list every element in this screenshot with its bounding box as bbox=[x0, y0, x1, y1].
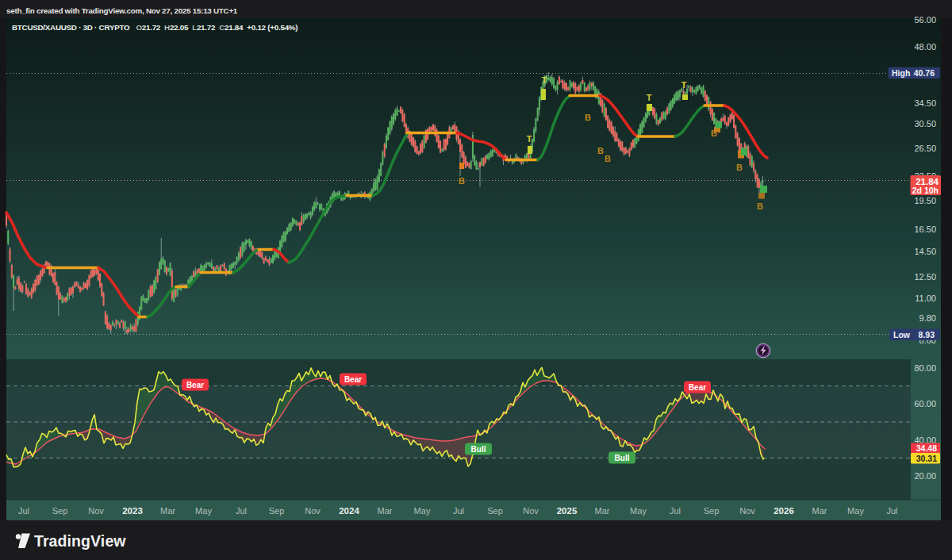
svg-text:26.50: 26.50 bbox=[914, 144, 936, 153]
svg-text:2023: 2023 bbox=[122, 506, 143, 516]
svg-text:Jul: Jul bbox=[670, 506, 681, 516]
svg-text:Mar: Mar bbox=[378, 506, 393, 516]
svg-text:11.00: 11.00 bbox=[915, 293, 936, 303]
svg-text:Jul: Jul bbox=[886, 506, 897, 516]
svg-text:2024: 2024 bbox=[339, 506, 359, 516]
svg-text:B: B bbox=[736, 163, 743, 172]
svg-text:Jul: Jul bbox=[453, 506, 464, 516]
svg-text:2d 10h: 2d 10h bbox=[912, 186, 939, 195]
svg-text:14.50: 14.50 bbox=[914, 247, 936, 256]
svg-text:T: T bbox=[647, 93, 652, 102]
svg-text:Jul: Jul bbox=[18, 506, 29, 516]
svg-text:40.76: 40.76 bbox=[914, 68, 935, 78]
svg-text:May: May bbox=[414, 506, 431, 516]
svg-text:T: T bbox=[542, 75, 547, 85]
svg-text:Sep: Sep bbox=[52, 506, 68, 516]
svg-text:May: May bbox=[195, 506, 212, 516]
svg-text:Nov: Nov bbox=[739, 506, 755, 516]
svg-text:May: May bbox=[847, 506, 864, 516]
svg-text:8.93: 8.93 bbox=[919, 330, 935, 339]
svg-text:30.50: 30.50 bbox=[914, 119, 936, 128]
svg-text:16.50: 16.50 bbox=[914, 224, 936, 234]
svg-text:20.00: 20.00 bbox=[914, 471, 936, 481]
svg-text:T: T bbox=[527, 134, 532, 144]
svg-text:Bear: Bear bbox=[344, 375, 362, 384]
svg-text:Sep: Sep bbox=[487, 506, 503, 516]
svg-text:Nov: Nov bbox=[523, 506, 539, 516]
svg-text:Bull: Bull bbox=[471, 445, 486, 454]
svg-text:Mar: Mar bbox=[595, 506, 610, 516]
svg-text:May: May bbox=[630, 506, 647, 516]
svg-text:34.48: 34.48 bbox=[916, 443, 937, 453]
svg-text:12.50: 12.50 bbox=[914, 272, 936, 282]
svg-text:2025: 2025 bbox=[557, 506, 578, 516]
svg-text:B: B bbox=[711, 128, 717, 138]
svg-text:2026: 2026 bbox=[774, 506, 794, 516]
svg-text:B: B bbox=[757, 201, 763, 211]
svg-text:BTCUSD/XAUUSD · 3D · CRYPTOO21: BTCUSD/XAUUSD · 3D · CRYPTOO21.72H22.05L… bbox=[12, 23, 298, 32]
svg-text:56.00: 56.00 bbox=[914, 15, 936, 25]
svg-text:B: B bbox=[597, 146, 604, 155]
svg-text:60.00: 60.00 bbox=[914, 399, 936, 408]
svg-text:seth_fin created with TradingV: seth_fin created with TradingView.com, N… bbox=[6, 6, 238, 15]
svg-text:9.80: 9.80 bbox=[919, 313, 936, 323]
svg-text:Bear: Bear bbox=[186, 381, 204, 389]
svg-text:B: B bbox=[605, 154, 611, 163]
svg-text:Jul: Jul bbox=[236, 506, 247, 516]
svg-text:TradingView: TradingView bbox=[34, 532, 126, 550]
svg-text:High: High bbox=[892, 68, 910, 78]
svg-text:B: B bbox=[459, 176, 465, 186]
svg-text:30.31: 30.31 bbox=[916, 454, 937, 463]
svg-text:34.50: 34.50 bbox=[914, 98, 936, 108]
svg-text:B: B bbox=[585, 113, 591, 122]
svg-text:Mar: Mar bbox=[812, 506, 827, 516]
svg-text:Bull: Bull bbox=[615, 454, 630, 462]
svg-text:T: T bbox=[681, 80, 687, 90]
svg-text:Sep: Sep bbox=[269, 506, 285, 516]
svg-text:19.50: 19.50 bbox=[914, 196, 936, 205]
svg-text:Sep: Sep bbox=[704, 506, 720, 516]
svg-text:48.00: 48.00 bbox=[914, 42, 936, 52]
svg-text:Low: Low bbox=[893, 330, 911, 339]
svg-text:Nov: Nov bbox=[88, 506, 104, 516]
svg-text:80.00: 80.00 bbox=[914, 363, 936, 373]
svg-text:Nov: Nov bbox=[305, 506, 321, 516]
svg-text:Mar: Mar bbox=[160, 506, 175, 516]
svg-text:Bear: Bear bbox=[689, 383, 706, 392]
